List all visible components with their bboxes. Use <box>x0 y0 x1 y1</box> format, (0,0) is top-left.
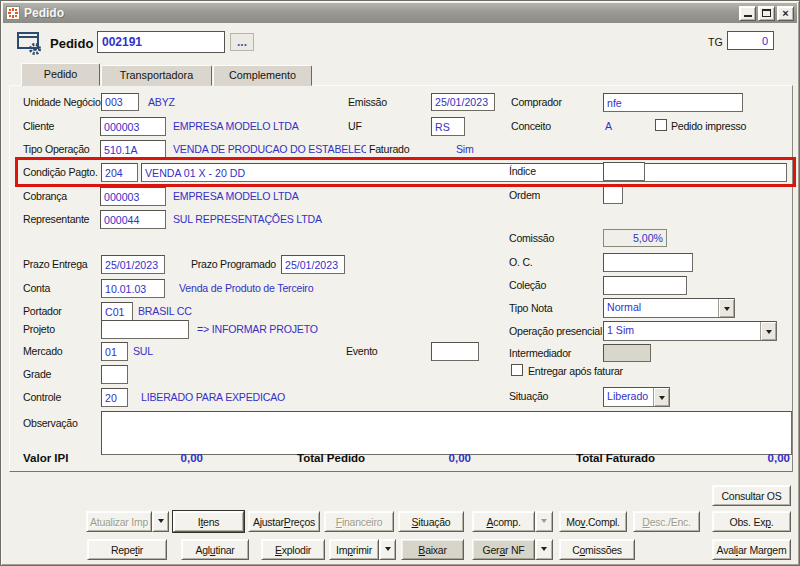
tg-input[interactable] <box>727 31 774 50</box>
cliente-label: Cliente <box>23 120 54 132</box>
imprimir-dropdown-arrow[interactable] <box>379 539 396 560</box>
explodir-button[interactable]: Explodir <box>261 539 325 560</box>
acomp-button[interactable]: Acomp. <box>472 511 535 532</box>
close-button[interactable]: × <box>777 6 794 21</box>
mov-compl-button[interactable]: Mov.Compl. <box>559 511 627 532</box>
cobranca-desc: EMPRESA MODELO LTDA <box>173 190 299 202</box>
intermediador-input <box>603 344 651 362</box>
tab-pedido[interactable]: Pedido <box>21 63 100 86</box>
aglutinar-button[interactable]: Aglutinar <box>181 539 249 560</box>
representante-label: Representante <box>23 213 89 225</box>
operacao-presencial-select[interactable]: 1 Sim <box>603 321 777 341</box>
ordem-input[interactable] <box>603 186 623 204</box>
cobranca-label: Cobrança <box>23 190 67 202</box>
cliente-input[interactable] <box>100 117 166 136</box>
baixar-button[interactable]: Baixar <box>401 539 464 560</box>
evento-input[interactable] <box>431 342 479 361</box>
chevron-down-icon[interactable] <box>718 299 734 317</box>
portador-desc: BRASIL CC <box>138 305 192 317</box>
grade-label: Grade <box>23 368 51 380</box>
condicao-pagto-label: Condição Pagto. <box>23 166 98 178</box>
representante-input[interactable] <box>100 210 166 229</box>
conta-input[interactable] <box>101 279 165 298</box>
conceito-value: A <box>605 120 612 132</box>
condicao-pagto-desc-input[interactable] <box>141 163 787 182</box>
intermediador-label: Intermediador <box>509 347 571 359</box>
entregar-apos-faturar-label: Entregar após faturar <box>528 365 623 377</box>
emissao-input[interactable] <box>431 93 495 111</box>
tg-label: TG <box>708 36 723 48</box>
comissao-label: Comissão <box>509 232 554 244</box>
ordem-label: Ordem <box>509 189 540 201</box>
representante-desc: SUL REPRESENTAÇÕES LTDA <box>173 213 322 225</box>
faturado-label: Faturado <box>369 143 409 155</box>
oc-input[interactable] <box>603 253 693 272</box>
tab-complemento[interactable]: Complemento <box>213 65 312 86</box>
controle-label: Controle <box>23 391 61 403</box>
comprador-input[interactable] <box>603 93 743 112</box>
unidade-negocio-input[interactable] <box>101 93 139 111</box>
prazo-programado-input[interactable] <box>281 255 345 274</box>
desc-enc-button[interactable]: Desc./Enc. <box>633 511 700 532</box>
pedido-impresso-checkbox[interactable] <box>655 119 667 131</box>
colecao-label: Coleção <box>509 279 546 291</box>
projeto-input[interactable] <box>101 320 189 339</box>
ajustar-precos-button[interactable]: Ajustar Preços <box>248 511 320 532</box>
financeiro-button[interactable]: Financeiro <box>324 511 394 532</box>
total-faturado-label: Total Faturado <box>576 452 655 464</box>
mercado-desc: SUL <box>133 345 153 357</box>
observacao-label: Observação <box>23 417 78 429</box>
consultar-os-button[interactable]: Consultar OS <box>712 485 791 506</box>
tab-transportadora[interactable]: Transportadora <box>101 65 212 86</box>
indice-input[interactable] <box>603 162 645 181</box>
gerar-nf-button[interactable]: Gerar NF <box>472 539 535 560</box>
total-faturado-value: 0,00 <box>706 452 790 464</box>
prazo-programado-label: Prazo Programado <box>191 258 276 270</box>
situacao-button[interactable]: Situação <box>398 511 464 532</box>
indice-label: Índice <box>509 165 536 177</box>
grade-input[interactable] <box>101 365 128 384</box>
chevron-down-icon[interactable] <box>653 388 669 406</box>
repetir-button[interactable]: Repetir <box>87 539 167 560</box>
imprimir-button[interactable]: Imprimir <box>329 539 379 560</box>
observacao-textarea[interactable] <box>101 411 792 455</box>
browse-ellipsis-button[interactable]: ... <box>230 33 254 51</box>
entregar-apos-faturar-checkbox[interactable] <box>511 364 523 376</box>
cobranca-input[interactable] <box>100 187 166 206</box>
projeto-hint: => INFORMAR PROJETO <box>197 323 318 335</box>
comissao-value <box>603 229 667 247</box>
uf-input[interactable] <box>431 117 465 136</box>
chevron-down-icon[interactable] <box>760 322 776 340</box>
order-form-icon <box>16 29 43 60</box>
minimize-button[interactable] <box>739 6 756 21</box>
portador-input[interactable] <box>101 302 133 321</box>
valor-ipi-label: Valor IPI <box>23 452 68 464</box>
tipo-operacao-input[interactable] <box>100 140 166 159</box>
atualizar-imp-button[interactable]: Atualizar Imp <box>86 511 152 532</box>
colecao-input[interactable] <box>603 276 687 295</box>
gerar-nf-dropdown-arrow[interactable] <box>535 539 553 560</box>
cliente-desc: EMPRESA MODELO LTDA <box>173 120 299 132</box>
evento-label: Evento <box>346 345 377 357</box>
situacao-label: Situação <box>509 390 548 402</box>
comissoes-button[interactable]: Comissões <box>559 539 635 560</box>
faturado-value: Sim <box>456 143 474 155</box>
controle-input[interactable] <box>101 388 128 407</box>
itens-button[interactable]: Itens <box>173 511 244 532</box>
avaliar-margem-button[interactable]: Avaliar Margem <box>712 539 791 560</box>
obs-exp-button[interactable]: Obs. Exp. <box>712 511 791 532</box>
mercado-input[interactable] <box>101 342 128 361</box>
prazo-entrega-input[interactable] <box>101 255 165 274</box>
operacao-presencial-value: 1 Sim <box>604 322 760 340</box>
comprador-label: Comprador <box>511 96 562 108</box>
conta-desc: Venda de Produto de Terceiro <box>179 282 313 294</box>
atualizar-imp-dropdown-arrow[interactable] <box>152 511 169 532</box>
situacao-value: Liberado <box>604 388 653 406</box>
maximize-button[interactable] <box>758 6 775 21</box>
situacao-select[interactable]: Liberado <box>603 387 670 407</box>
entity-label: Pedido <box>50 36 93 51</box>
order-number-input[interactable] <box>97 31 225 53</box>
acomp-dropdown-arrow[interactable] <box>535 511 553 532</box>
condicao-pagto-code-input[interactable] <box>101 163 138 182</box>
tipo-nota-select[interactable]: Normal <box>603 298 735 318</box>
